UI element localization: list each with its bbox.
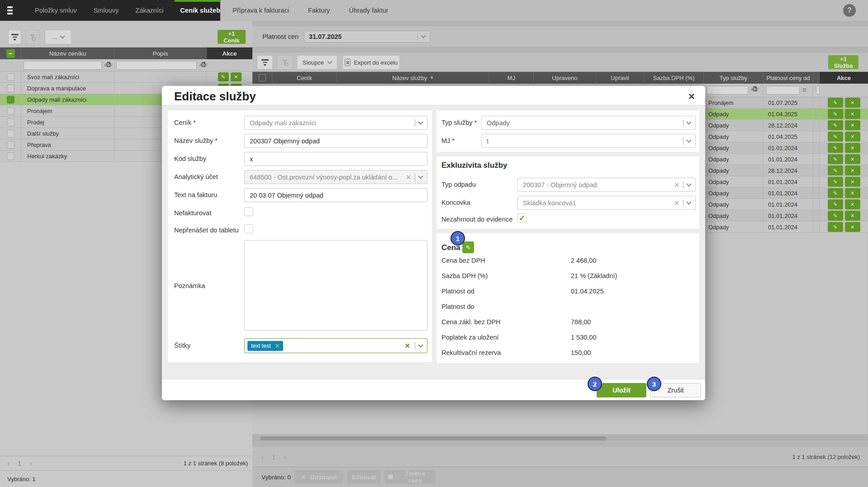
col-typ-sluzby[interactable]: Typ služby bbox=[704, 72, 764, 84]
col-popis[interactable]: Popis bbox=[114, 47, 207, 59]
delete-x-button[interactable]: ✕ bbox=[845, 211, 860, 221]
edit-pencil-button[interactable]: ✎ bbox=[828, 165, 843, 175]
delete-x-button[interactable]: ✕ bbox=[845, 222, 860, 232]
page-number[interactable]: 1 bbox=[18, 459, 21, 467]
stitky-tag-input[interactable]: text test ✕ ✕ bbox=[244, 338, 427, 353]
typ-odpadu-select[interactable]: 200307 - Objemný odpad ✕ bbox=[517, 178, 696, 192]
horizontal-scrollbar[interactable] bbox=[252, 436, 868, 441]
prev-page-icon[interactable]: ‹ bbox=[261, 453, 264, 461]
next-page-icon[interactable]: › bbox=[284, 453, 286, 461]
edit-pencil-button[interactable]: ✎ bbox=[828, 177, 843, 187]
edit-pencil-button[interactable]: ✎ bbox=[828, 120, 843, 130]
clear-filter-button[interactable] bbox=[26, 30, 39, 44]
ucet-select[interactable]: 648500 - Ost.provozní výnosy-popl.za ukl… bbox=[244, 170, 427, 184]
row-checkbox[interactable] bbox=[7, 85, 14, 92]
help-icon[interactable]: ? bbox=[843, 4, 856, 17]
edit-pencil-button[interactable]: ✎ bbox=[828, 211, 843, 221]
nav-item[interactable]: Příprava k fakturaci bbox=[232, 7, 289, 14]
equals-icon[interactable]: = bbox=[802, 86, 806, 95]
select-all-checkbox[interactable]: – bbox=[6, 49, 15, 58]
row-checkbox[interactable] bbox=[7, 130, 14, 137]
neprenaset-checkbox[interactable] bbox=[244, 224, 253, 233]
edit-pencil-button[interactable]: ✎ bbox=[828, 143, 843, 153]
hamburger-menu-icon[interactable] bbox=[7, 6, 13, 14]
add-pricelist-button[interactable]: +1 Ceník bbox=[218, 30, 246, 44]
nav-item[interactable]: Položky smluv bbox=[35, 0, 77, 20]
row-checkbox[interactable] bbox=[7, 152, 14, 160]
row-checkbox[interactable] bbox=[7, 73, 14, 81]
text-faktura-input[interactable]: 20 03 07 Objemný odpad bbox=[244, 188, 427, 202]
export-excel-button[interactable]: x Export do excelu bbox=[342, 55, 400, 70]
scrollbar-thumb[interactable] bbox=[260, 436, 606, 440]
koncovka-select[interactable]: Skládka koncová1 ✕ bbox=[517, 196, 696, 210]
nav-item[interactable]: Zákazníci bbox=[135, 0, 163, 20]
page-number[interactable]: 1 bbox=[272, 453, 275, 461]
match-mode-icon[interactable]: abc bbox=[104, 62, 112, 67]
validity-date-select[interactable]: 31.07.2025 bbox=[304, 31, 430, 43]
clear-icon[interactable]: ✕ bbox=[674, 181, 679, 189]
edit-pencil-button[interactable]: ✎ bbox=[828, 132, 843, 142]
nazev-input[interactable]: 200307 Objemný odpad bbox=[244, 134, 427, 148]
clear-icon[interactable]: ✕ bbox=[406, 174, 411, 181]
edit-pencil-button[interactable]: ✎ bbox=[828, 109, 843, 119]
clear-all-icon[interactable]: ✕ bbox=[404, 342, 410, 350]
edit-pencil-button[interactable]: ✎ bbox=[828, 188, 843, 198]
row-checkbox[interactable] bbox=[7, 107, 14, 115]
cenik-select[interactable]: Odpady malí zákazníci bbox=[244, 116, 427, 130]
edit-pencil-button[interactable]: ✎ bbox=[828, 98, 843, 108]
col-platnost-ceny-od[interactable]: Platnost ceny od bbox=[764, 72, 813, 84]
filter-truncated-input[interactable] bbox=[816, 86, 820, 95]
row-checkbox[interactable] bbox=[7, 118, 14, 126]
add-service-button[interactable]: +1 Služba bbox=[828, 55, 859, 69]
filter-name-input[interactable] bbox=[24, 61, 102, 70]
col-upraveno[interactable]: Upraveno bbox=[534, 72, 596, 84]
col-nazev-sluzby[interactable]: Název služby▼ bbox=[337, 72, 489, 84]
prev-page-icon[interactable]: ‹ bbox=[7, 459, 9, 467]
row-checkbox[interactable] bbox=[7, 96, 14, 104]
col-sazba-dph[interactable]: Sazba DPH (%) bbox=[644, 72, 704, 84]
columns-dropdown[interactable]: Sloupce bbox=[297, 55, 337, 70]
mj-select[interactable]: t bbox=[481, 134, 696, 148]
nav-item[interactable]: Ceník služeb bbox=[180, 0, 220, 20]
nefakturovat-checkbox[interactable] bbox=[244, 207, 253, 216]
col-cenik[interactable]: Ceník bbox=[272, 72, 337, 84]
filter-desc-input[interactable] bbox=[116, 61, 197, 70]
edit-selected-button[interactable]: Editovat bbox=[347, 470, 380, 484]
match-mode-icon[interactable]: abc bbox=[751, 86, 759, 91]
select-all-checkbox[interactable] bbox=[259, 74, 266, 81]
kod-input[interactable]: x bbox=[244, 152, 427, 166]
col-mj[interactable]: MJ bbox=[489, 72, 534, 84]
nav-item[interactable]: Úhrady faktur bbox=[349, 7, 388, 14]
row-checkbox[interactable] bbox=[7, 141, 14, 149]
delete-x-button[interactable]: ✕ bbox=[845, 132, 860, 142]
edit-pencil-button[interactable]: ✎ bbox=[828, 199, 843, 209]
more-dropdown[interactable]: ... bbox=[45, 30, 71, 44]
delete-x-button[interactable]: ✕ bbox=[845, 188, 860, 198]
delete-x-button[interactable]: ✕ bbox=[231, 72, 242, 81]
edit-pencil-button[interactable]: ✎ bbox=[218, 72, 229, 81]
delete-selected-button[interactable]: ✕Odstranit bbox=[295, 470, 343, 484]
col-nazev-ceniku[interactable]: Název ceníku bbox=[21, 47, 114, 59]
next-page-icon[interactable]: › bbox=[29, 459, 32, 467]
col-upravil[interactable]: Upravil bbox=[596, 72, 644, 84]
poznamka-textarea[interactable] bbox=[244, 240, 427, 331]
change-price-button[interactable]: Změna ceny bbox=[384, 470, 436, 484]
typ-sluzby-select[interactable]: Odpady bbox=[481, 116, 696, 130]
clear-icon[interactable]: ✕ bbox=[674, 199, 679, 207]
delete-x-button[interactable]: ✕ bbox=[845, 199, 860, 209]
edit-price-pencil-button[interactable]: ✎ bbox=[462, 241, 474, 253]
tag-remove-icon[interactable]: ✕ bbox=[275, 342, 280, 349]
save-button[interactable]: Uložit bbox=[597, 383, 646, 397]
delete-x-button[interactable]: ✕ bbox=[845, 120, 860, 130]
match-mode-icon[interactable]: abc bbox=[199, 62, 207, 67]
delete-x-button[interactable]: ✕ bbox=[845, 154, 860, 164]
filter-button[interactable] bbox=[8, 30, 21, 44]
delete-x-button[interactable]: ✕ bbox=[845, 165, 860, 175]
pricelist-row[interactable]: Svoz malí zákazníci ✎ ✕ bbox=[0, 71, 252, 83]
edit-pencil-button[interactable]: ✎ bbox=[828, 222, 843, 232]
clear-filter-button[interactable] bbox=[277, 55, 293, 70]
nav-item[interactable]: Faktury bbox=[308, 7, 330, 14]
nav-item[interactable]: Smlouvy bbox=[94, 0, 119, 20]
filter-button[interactable] bbox=[257, 55, 273, 70]
delete-x-button[interactable]: ✕ bbox=[845, 109, 860, 119]
